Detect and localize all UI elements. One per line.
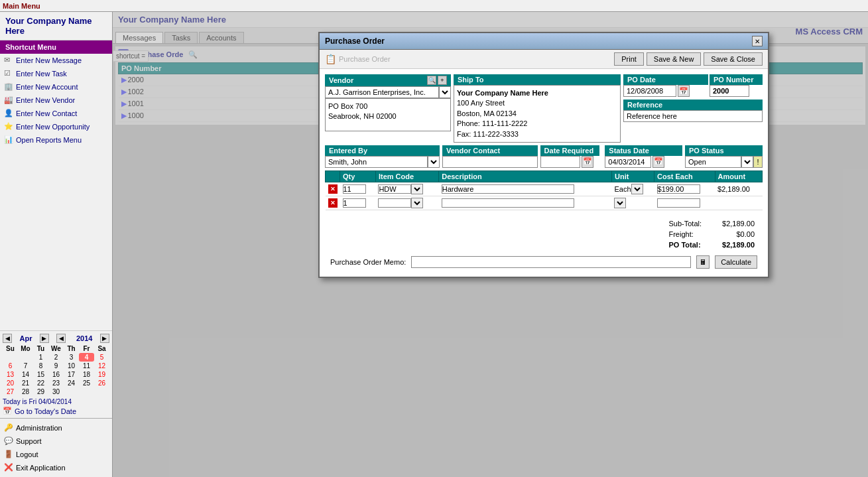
row-vendor-shipto: Vendor 🔍 + A.J. Garrison Enterprises, In… bbox=[325, 74, 763, 143]
po-status-input[interactable]: Open bbox=[685, 156, 741, 168]
po-dialog-toolbar: 📋 Purchase Order Print Save & New Save &… bbox=[320, 50, 768, 69]
totals-section: Sub-Total: $2,189.00 Freight: $0.00 PO T… bbox=[325, 216, 763, 253]
logout-item[interactable]: 🚪 Logout bbox=[0, 448, 112, 461]
company-name: Your Company Name Here bbox=[0, 12, 112, 40]
shipto-address: Your Company Name Here 100 Any Street Bo… bbox=[454, 85, 621, 143]
entered-by-input[interactable]: Smith, John bbox=[325, 156, 428, 168]
line-items-table: Qty Item Code Description Unit Cost Each… bbox=[325, 170, 763, 210]
status-date-cal-btn[interactable]: 📅 bbox=[652, 156, 664, 168]
po-date-cal-btn[interactable]: 📅 bbox=[678, 85, 690, 97]
top-bar: Main Menu bbox=[0, 0, 868, 12]
next-year-btn[interactable]: ▶ bbox=[100, 334, 109, 343]
status-date-label: Status Date bbox=[605, 145, 682, 156]
next-month-btn[interactable]: ▶ bbox=[40, 334, 49, 343]
total-row: PO Total: $2,189.00 bbox=[663, 239, 760, 250]
cost-each-input-1[interactable] bbox=[657, 184, 700, 194]
prev-year-btn[interactable]: ◀ bbox=[56, 334, 66, 343]
po-dialog-close-btn[interactable]: ✕ bbox=[752, 36, 763, 46]
po-status-label: PO Status bbox=[685, 145, 763, 156]
po-status-group: PO Status Open Open Closed ! bbox=[685, 145, 763, 168]
vendor-group: Vendor 🔍 + A.J. Garrison Enterprises, In… bbox=[325, 74, 451, 143]
opportunity-icon: ⭐ bbox=[4, 122, 13, 131]
description-input-1[interactable] bbox=[442, 184, 574, 194]
subtotal-value: $2,189.00 bbox=[707, 218, 760, 229]
freight-row: Freight: $0.00 bbox=[663, 229, 760, 239]
calendar-grid: Su Mo Tu We Th Fr Sa 1 2 3 4 5 bbox=[3, 344, 109, 396]
po-icon: 📋 bbox=[325, 54, 336, 64]
po-dialog-titlebar: Purchase Order ✕ bbox=[320, 33, 768, 50]
item-code-dropdown-1[interactable] bbox=[411, 184, 423, 194]
freight-label: Freight: bbox=[663, 229, 707, 239]
po-status-dropdown[interactable]: Open Closed bbox=[741, 156, 753, 168]
col-qty: Qty bbox=[340, 170, 376, 182]
sidebar: Your Company Name Here Shortcut Menu ✉ E… bbox=[0, 12, 113, 477]
status-date-input[interactable]: 04/03/2014 bbox=[605, 156, 651, 168]
description-input-2[interactable] bbox=[442, 198, 574, 208]
shortcut-item-message[interactable]: ✉ Enter New Message bbox=[0, 54, 112, 67]
entered-by-label: Entered By bbox=[325, 145, 440, 156]
delete-row2-btn[interactable]: ✕ bbox=[328, 198, 338, 208]
cost-each-input-2[interactable] bbox=[657, 198, 700, 208]
unit-dropdown-1[interactable] bbox=[631, 184, 643, 194]
qty-input-1[interactable] bbox=[343, 184, 366, 194]
subtotal-label: Sub-Total: bbox=[663, 218, 707, 229]
vendor-search-btn[interactable]: 🔍 bbox=[427, 76, 436, 85]
vendor-contact-input[interactable] bbox=[442, 156, 538, 168]
po-date-label: PO Date bbox=[623, 74, 708, 85]
shortcut-item-opportunity[interactable]: ⭐ Enter New Opportunity bbox=[0, 120, 112, 133]
save-close-btn[interactable]: Save & Close bbox=[704, 52, 763, 66]
vendor-add-btn[interactable]: + bbox=[438, 76, 447, 85]
calendar-nav: ◀ Apr ▶ ◀ 2014 ▶ bbox=[3, 334, 109, 343]
entered-by-dropdown[interactable] bbox=[428, 156, 440, 168]
main-menu-label[interactable]: Main Menu bbox=[3, 2, 40, 10]
totals-table: Sub-Total: $2,189.00 Freight: $0.00 PO T… bbox=[663, 218, 760, 250]
vendor-icon: 🏭 bbox=[4, 96, 13, 105]
date-required-cal-btn[interactable]: 📅 bbox=[582, 156, 593, 168]
shortcut-item-task[interactable]: ☑ Enter New Task bbox=[0, 67, 112, 80]
logout-icon: 🚪 bbox=[4, 450, 13, 459]
print-btn[interactable]: Print bbox=[614, 52, 644, 66]
po-number-label: PO Number bbox=[710, 74, 763, 85]
support-item[interactable]: 💬 Support bbox=[0, 435, 112, 448]
date-required-input[interactable] bbox=[540, 156, 580, 168]
administration-item[interactable]: 🔑 Administration bbox=[0, 421, 112, 435]
reference-input[interactable]: Reference here bbox=[623, 110, 763, 122]
item-code-dropdown-2[interactable] bbox=[411, 198, 423, 208]
shortcut-items: ✉ Enter New Message ☑ Enter New Task 🏢 E… bbox=[0, 54, 112, 330]
save-new-btn[interactable]: Save & New bbox=[647, 52, 702, 66]
vendor-dropdown[interactable] bbox=[439, 86, 451, 98]
vendor-contact-label: Vendor Contact bbox=[442, 145, 538, 156]
prev-month-btn[interactable]: ◀ bbox=[3, 334, 12, 343]
shortcut-item-account[interactable]: 🏢 Enter New Account bbox=[0, 80, 112, 94]
po-date-input[interactable]: 12/08/2008 bbox=[623, 85, 676, 97]
po-date-number-group: PO Date 12/08/2008 📅 PO Number bbox=[623, 74, 763, 143]
memo-input[interactable] bbox=[411, 256, 691, 268]
vendor-select[interactable]: A.J. Garrison Enterprises, Inc. bbox=[325, 86, 451, 98]
reports-icon: 📊 bbox=[4, 135, 13, 145]
entered-by-group: Entered By Smith, John bbox=[325, 145, 440, 168]
qty-input-2[interactable] bbox=[343, 198, 366, 208]
vendor-contact-group: Vendor Contact bbox=[442, 145, 538, 168]
contact-icon: 👤 bbox=[4, 109, 13, 118]
calculator-icon-btn[interactable]: 🖩 bbox=[696, 255, 710, 269]
bottom-sidebar: 🔑 Administration 💬 Support 🚪 Logout ❌ Ex… bbox=[0, 418, 112, 477]
goto-today-btn[interactable]: 📅 Go to Today's Date bbox=[3, 407, 109, 415]
exit-item[interactable]: ❌ Exit Application bbox=[0, 461, 112, 474]
shipto-group: Ship To Your Company Name Here 100 Any S… bbox=[454, 74, 621, 143]
shortcut-item-contact[interactable]: 👤 Enter New Contact bbox=[0, 107, 112, 120]
item-code-input-2[interactable] bbox=[378, 198, 411, 208]
shortcut-item-vendor[interactable]: 🏭 Enter New Vendor bbox=[0, 94, 112, 107]
col-amount: Amount bbox=[715, 170, 762, 182]
po-status-flag-btn[interactable]: ! bbox=[753, 156, 763, 168]
memo-row: Purchase Order Memo: 🖩 Calculate bbox=[325, 253, 763, 271]
calendar-section: ◀ Apr ▶ ◀ 2014 ▶ Su Mo Tu We Th Fr Sa bbox=[0, 330, 112, 418]
item-code-input-1[interactable] bbox=[378, 184, 411, 194]
content-area: MS Access CRM Your Company Name Here Mes… bbox=[113, 12, 868, 477]
calculate-btn[interactable]: Calculate bbox=[715, 255, 757, 269]
delete-row1-btn[interactable]: ✕ bbox=[328, 184, 338, 194]
unit-dropdown-2[interactable] bbox=[614, 198, 626, 208]
today-label: Today is Fri 04/04/2014 bbox=[3, 398, 109, 405]
shortcut-item-reports[interactable]: 📊 Open Reports Menu bbox=[0, 133, 112, 147]
vendor-name-input[interactable]: A.J. Garrison Enterprises, Inc. bbox=[325, 86, 439, 98]
po-number-input[interactable]: 2000 bbox=[710, 85, 749, 97]
